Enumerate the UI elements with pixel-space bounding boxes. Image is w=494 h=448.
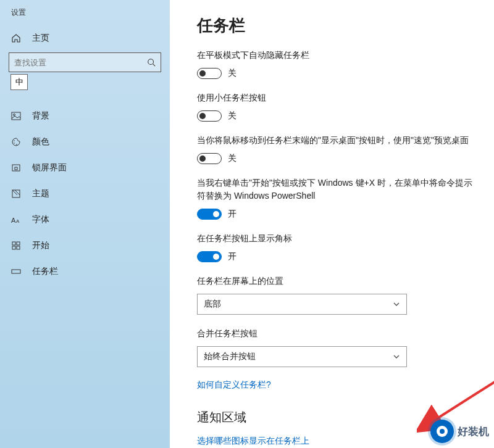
sidebar: 设置 主页 中 背景 颜色 锁屏界面 主题 (0, 0, 170, 448)
taskbar-icon (11, 267, 21, 276)
setting-badges: 在任务栏按钮上显示角标 开 (197, 232, 477, 262)
sidebar-item-label: 颜色 (32, 136, 49, 147)
svg-point-3 (14, 114, 15, 116)
svg-point-0 (148, 59, 154, 65)
svg-text:A: A (16, 218, 20, 224)
search-icon (147, 58, 156, 67)
toggle-powershell[interactable] (197, 209, 222, 220)
sidebar-item-label: 开始 (32, 240, 49, 251)
dropdown-combine[interactable]: 始终合并按钮 (197, 346, 407, 367)
setting-small-buttons: 使用小任务栏按钮 关 (197, 91, 477, 122)
font-icon: AA (11, 215, 21, 225)
svg-rect-12 (12, 242, 15, 245)
page-title: 任务栏 (197, 15, 477, 36)
toggle-state: 开 (228, 251, 237, 262)
setting-label: 在任务栏按钮上显示角标 (197, 232, 477, 245)
app-title: 设置 (0, 5, 170, 27)
svg-line-1 (153, 64, 156, 67)
watermark-text: 好装机 (458, 425, 489, 439)
chevron-down-icon (393, 301, 400, 308)
toggle-state: 关 (228, 110, 237, 122)
toggle-small-buttons[interactable] (197, 110, 222, 122)
toggle-state: 关 (228, 68, 237, 79)
setting-combine: 合并任务栏按钮 始终合并按钮 (197, 327, 477, 367)
setting-powershell: 当我右键单击"开始"按钮或按下 Windows 键+X 时，在菜单中将命令提示符… (197, 176, 477, 220)
setting-label: 合并任务栏按钮 (197, 327, 477, 340)
sidebar-item-label: 主题 (32, 188, 49, 199)
setting-label: 当我右键单击"开始"按钮或按下 Windows 键+X 时，在菜单中将命令提示符… (197, 176, 477, 202)
svg-rect-16 (12, 270, 20, 273)
setting-label: 使用小任务栏按钮 (197, 91, 477, 104)
dropdown-value: 底部 (204, 299, 221, 310)
ime-indicator: 中 (10, 74, 28, 90)
svg-rect-2 (12, 112, 20, 120)
toggle-tablet-hide[interactable] (197, 68, 222, 79)
toggle-badges[interactable] (197, 251, 222, 262)
dropdown-value: 始终合并按钮 (204, 351, 256, 362)
sidebar-item-themes[interactable]: 主题 (0, 181, 170, 207)
svg-point-5 (14, 143, 15, 144)
svg-rect-14 (12, 246, 15, 249)
picture-icon (11, 111, 21, 121)
search-input[interactable] (14, 58, 147, 67)
sidebar-item-lockscreen[interactable]: 锁屏界面 (0, 155, 170, 181)
home-link[interactable]: 主页 (0, 27, 170, 52)
setting-label: 任务栏在屏幕上的位置 (197, 275, 477, 288)
dropdown-position[interactable]: 底部 (197, 294, 407, 315)
svg-rect-15 (17, 246, 20, 249)
setting-label: 当你将鼠标移动到任务栏末端的"显示桌面"按钮时，使用"速览"预览桌面 (197, 134, 477, 147)
watermark-logo-icon (430, 420, 454, 443)
setting-tablet-hide: 在平板模式下自动隐藏任务栏 关 (197, 49, 477, 79)
sidebar-item-taskbar[interactable]: 任务栏 (0, 259, 170, 284)
theme-icon (11, 189, 21, 199)
toggle-peek[interactable] (197, 153, 222, 164)
main-content: 任务栏 在平板模式下自动隐藏任务栏 关 使用小任务栏按钮 关 当你将鼠标移动到任… (170, 0, 494, 448)
toggle-state: 开 (228, 209, 237, 220)
sidebar-item-colors[interactable]: 颜色 (0, 129, 170, 155)
chevron-down-icon (393, 353, 400, 360)
svg-rect-13 (17, 242, 20, 245)
sidebar-item-background[interactable]: 背景 (0, 103, 170, 129)
home-icon (11, 33, 21, 43)
sidebar-item-label: 字体 (32, 214, 49, 225)
svg-point-4 (14, 140, 15, 141)
start-icon (11, 241, 21, 251)
svg-rect-8 (15, 167, 17, 170)
palette-icon (11, 137, 21, 147)
home-label: 主页 (32, 33, 49, 44)
sidebar-item-start[interactable]: 开始 (0, 233, 170, 259)
sidebar-item-fonts[interactable]: AA 字体 (0, 207, 170, 233)
svg-point-6 (16, 144, 17, 145)
search-input-wrap[interactable]: 中 (9, 52, 161, 72)
setting-position: 任务栏在屏幕上的位置 底部 (197, 275, 477, 315)
sidebar-item-label: 任务栏 (32, 266, 58, 277)
sidebar-item-label: 锁屏界面 (32, 162, 67, 173)
setting-peek: 当你将鼠标移动到任务栏末端的"显示桌面"按钮时，使用"速览"预览桌面 关 (197, 134, 477, 164)
setting-label: 在平板模式下自动隐藏任务栏 (197, 49, 477, 62)
svg-text:A: A (11, 217, 16, 224)
link-customize-taskbar[interactable]: 如何自定义任务栏? (197, 380, 477, 391)
toggle-state: 关 (228, 153, 237, 164)
watermark: 好装机 (430, 420, 489, 443)
sidebar-item-label: 背景 (32, 110, 49, 122)
lockscreen-icon (11, 163, 21, 173)
